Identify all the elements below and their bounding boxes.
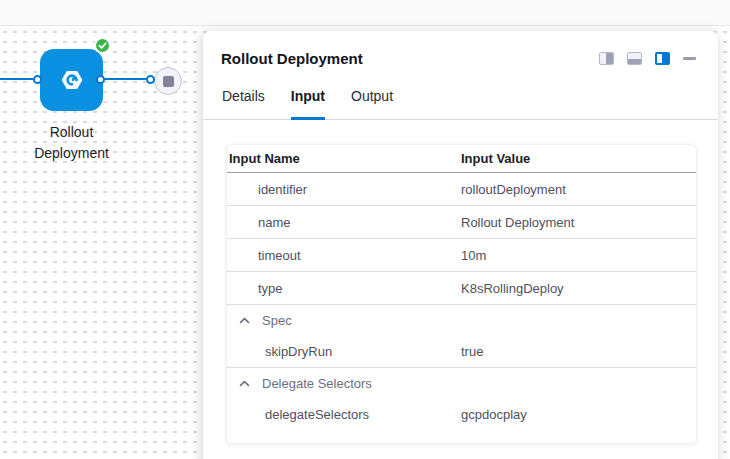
tab-input[interactable]: Input	[291, 88, 325, 120]
column-header-input-value: Input Value	[461, 151, 530, 166]
node-label: Rollout Deployment	[21, 122, 122, 164]
end-node-port	[146, 75, 155, 84]
success-check-icon	[94, 37, 111, 54]
section-row-spec[interactable]: Spec	[227, 305, 696, 335]
table-row: type K8sRollingDeploy	[227, 272, 696, 305]
k8s-rolling-deploy-icon	[59, 67, 85, 93]
dock-right-icon[interactable]	[599, 52, 614, 65]
table-row: identifier rolloutDeployment	[227, 173, 696, 206]
panel-title: Rollout Deployment	[221, 50, 363, 67]
dock-right-active-icon[interactable]	[655, 52, 670, 65]
canvas-toolbar-strip	[0, 0, 730, 26]
table-header: Input Name Input Value	[227, 145, 696, 173]
input-table: Input Name Input Value identifier rollou…	[226, 144, 697, 444]
node-port-right	[96, 75, 105, 84]
table-row: delegateSelectors gcpdocplay	[227, 398, 696, 431]
minus-icon	[683, 57, 696, 60]
tab-details[interactable]: Details	[222, 88, 265, 120]
dock-bottom-icon[interactable]	[627, 52, 642, 65]
step-details-panel: Rollout Deployment Details Input Output …	[203, 31, 718, 459]
panel-tabs: Details Input Output	[203, 88, 718, 120]
stop-square-icon	[163, 76, 174, 87]
table-row: skipDryRun true	[227, 335, 696, 368]
chevron-up-icon[interactable]	[239, 317, 250, 324]
section-row-delegate-selectors[interactable]: Delegate Selectors	[227, 368, 696, 398]
stage-end-node[interactable]	[154, 67, 182, 95]
panel-window-controls	[599, 52, 696, 65]
minimize-button[interactable]	[683, 52, 696, 65]
column-header-input-name: Input Name	[227, 151, 461, 166]
section-label: Spec	[262, 313, 292, 328]
panel-header: Rollout Deployment	[203, 31, 718, 67]
table-row: name Rollout Deployment	[227, 206, 696, 239]
tab-output[interactable]: Output	[351, 88, 393, 120]
table-row: timeout 10m	[227, 239, 696, 272]
node-port-left	[33, 75, 42, 84]
rollout-deployment-node[interactable]	[40, 49, 103, 111]
section-label: Delegate Selectors	[262, 376, 372, 391]
chevron-up-icon[interactable]	[239, 380, 250, 387]
